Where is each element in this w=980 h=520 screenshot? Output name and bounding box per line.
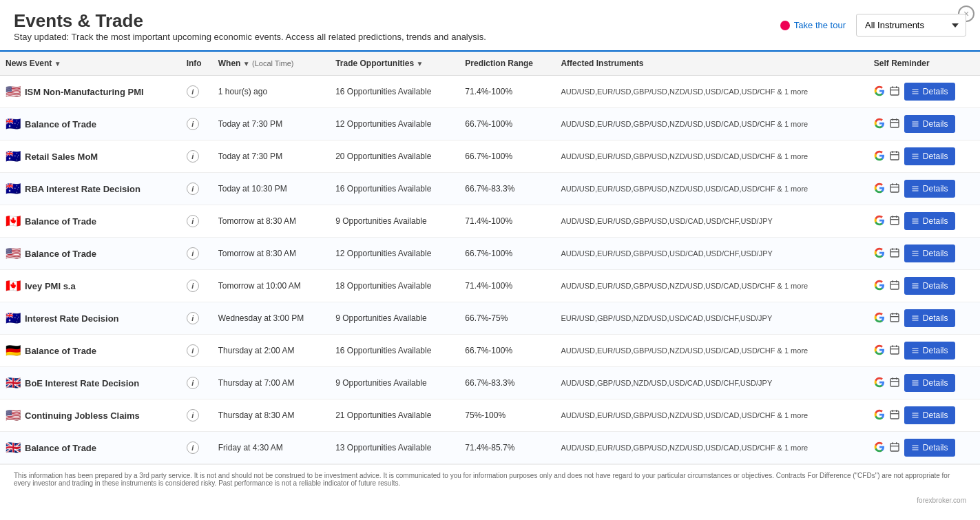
info-button[interactable]: i	[187, 247, 199, 260]
col-news-event[interactable]: News Event ▼	[0, 52, 181, 76]
footer-brand: forexbroker.com	[0, 494, 980, 507]
calendar-icon[interactable]	[889, 118, 900, 131]
flag-icon: 🇦🇺	[6, 311, 21, 326]
when-cell: Wednesday at 3:00 PM	[213, 302, 330, 335]
event-cell: 🇺🇸 ISM Non-Manufacturing PMI	[0, 76, 181, 108]
details-button[interactable]: Details	[904, 180, 955, 198]
details-button[interactable]: Details	[904, 83, 955, 101]
info-cell[interactable]: i	[181, 173, 213, 205]
table-row: 🇺🇸 ISM Non-Manufacturing PMI i 1 hour(s)…	[0, 76, 980, 108]
prediction-cell: 71.4%-100%	[459, 76, 555, 108]
google-calendar-icon[interactable]	[874, 215, 885, 228]
calendar-icon[interactable]	[889, 280, 900, 293]
info-button[interactable]: i	[187, 215, 199, 227]
trade-opp-cell: 12 Opportunities Available	[330, 238, 459, 270]
info-button[interactable]: i	[187, 441, 199, 454]
google-calendar-icon[interactable]	[874, 312, 885, 325]
trade-opp-cell: 16 Opportunities Available	[330, 76, 459, 108]
info-cell[interactable]: i	[181, 367, 213, 399]
calendar-icon[interactable]	[889, 247, 900, 260]
self-reminder-cell: Details	[868, 76, 980, 108]
google-calendar-icon[interactable]	[874, 409, 885, 422]
when-cell: Tomorrow at 10:00 AM	[213, 270, 330, 302]
page-subtitle: Stay updated: Track the most important u…	[14, 32, 486, 42]
svg-rect-49	[890, 313, 899, 321]
info-button[interactable]: i	[187, 344, 199, 357]
google-calendar-icon[interactable]	[874, 118, 885, 131]
details-button[interactable]: Details	[904, 309, 955, 327]
info-cell[interactable]: i	[181, 270, 213, 302]
google-calendar-icon[interactable]	[874, 377, 885, 390]
calendar-icon[interactable]	[889, 441, 900, 455]
details-button[interactable]: Details	[904, 212, 955, 230]
sort-when-icon: ▼	[243, 60, 250, 67]
info-button[interactable]: i	[187, 150, 199, 163]
details-button[interactable]: Details	[904, 245, 955, 262]
info-button[interactable]: i	[187, 409, 199, 422]
google-calendar-icon[interactable]	[874, 183, 885, 196]
calendar-icon[interactable]	[889, 312, 900, 325]
info-button[interactable]: i	[187, 85, 199, 98]
self-reminder-cell: Details	[868, 173, 980, 205]
info-button[interactable]: i	[187, 118, 199, 130]
take-tour-link[interactable]: Take the tour	[780, 20, 846, 30]
info-cell[interactable]: i	[181, 335, 213, 367]
info-cell[interactable]: i	[181, 76, 213, 108]
details-button[interactable]: Details	[904, 439, 955, 457]
table-row: 🇦🇺 RBA Interest Rate Decision i Today at…	[0, 173, 980, 205]
col-when[interactable]: When ▼ (Local Time)	[213, 52, 330, 76]
calendar-icon[interactable]	[889, 150, 900, 163]
google-calendar-icon[interactable]	[874, 85, 885, 98]
calendar-icon[interactable]	[889, 183, 900, 196]
details-button[interactable]: Details	[904, 406, 955, 424]
info-cell[interactable]: i	[181, 141, 213, 173]
calendar-icon[interactable]	[889, 377, 900, 390]
flag-icon: 🇨🇦	[6, 278, 21, 293]
google-calendar-icon[interactable]	[874, 247, 885, 260]
info-cell[interactable]: i	[181, 302, 213, 335]
when-subtitle: (Local Time)	[252, 59, 294, 67]
col-trade-opp[interactable]: Trade Opportunities ▼	[330, 52, 459, 76]
google-calendar-icon[interactable]	[874, 344, 885, 357]
info-button[interactable]: i	[187, 183, 199, 195]
details-button[interactable]: Details	[904, 147, 955, 165]
trade-opp-cell: 16 Opportunities Available	[330, 335, 459, 367]
calendar-icon[interactable]	[889, 344, 900, 357]
calendar-icon[interactable]	[889, 215, 900, 228]
calendar-icon[interactable]	[889, 409, 900, 422]
google-calendar-icon[interactable]	[874, 441, 885, 455]
details-button[interactable]: Details	[904, 277, 955, 295]
event-cell: 🇨🇦 Ivey PMI s.a	[0, 270, 181, 302]
info-cell[interactable]: i	[181, 238, 213, 270]
info-button[interactable]: i	[187, 280, 199, 292]
details-button[interactable]: Details	[904, 342, 955, 360]
google-calendar-icon[interactable]	[874, 280, 885, 293]
calendar-icon[interactable]	[889, 85, 900, 98]
table-row: 🇦🇺 Balance of Trade i Today at 7:30 PM 1…	[0, 108, 980, 141]
info-cell[interactable]: i	[181, 205, 213, 238]
prediction-cell: 66.7%-100%	[459, 141, 555, 173]
self-reminder-cell: Details	[868, 141, 980, 173]
instruments-dropdown[interactable]: All Instruments EUR/USD GBP/USD USD/JPY …	[856, 14, 966, 37]
svg-rect-14	[890, 152, 899, 159]
info-button[interactable]: i	[187, 312, 199, 324]
info-button[interactable]: i	[187, 377, 199, 389]
event-cell: 🇩🇪 Balance of Trade	[0, 335, 181, 367]
self-reminder-cell: Details	[868, 238, 980, 270]
header-section: Events & Trade Stay updated: Track the m…	[14, 10, 486, 42]
info-cell[interactable]: i	[181, 399, 213, 432]
event-cell: 🇺🇸 Continuing Jobless Claims	[0, 399, 181, 432]
info-cell[interactable]: i	[181, 432, 213, 464]
event-cell: 🇨🇦 Balance of Trade	[0, 205, 181, 238]
svg-rect-21	[890, 184, 899, 191]
details-button[interactable]: Details	[904, 374, 955, 392]
table-row: 🇦🇺 Interest Rate Decision i Wednesday at…	[0, 302, 980, 335]
google-calendar-icon[interactable]	[874, 150, 885, 163]
info-cell[interactable]: i	[181, 108, 213, 141]
event-name: Balance of Trade	[25, 119, 96, 129]
table-row: 🇩🇪 Balance of Trade i Thursday at 2:00 A…	[0, 335, 980, 367]
col-affected: Affected Instruments	[555, 52, 868, 76]
details-button[interactable]: Details	[904, 115, 955, 133]
tour-label: Take the tour	[794, 20, 846, 30]
event-name: Retail Sales MoM	[25, 152, 98, 162]
